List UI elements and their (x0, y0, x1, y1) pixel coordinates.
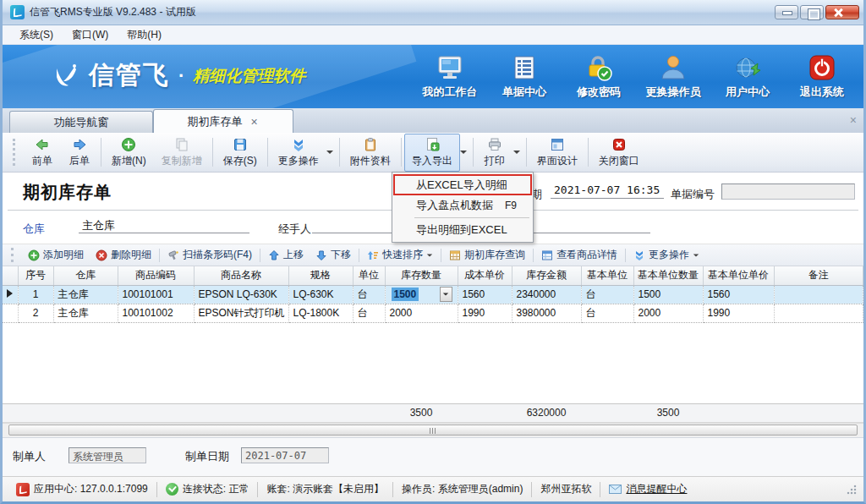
vendor-status: 郑州亚拓软 (532, 482, 600, 496)
document-center-button[interactable]: 单据中心 (491, 50, 557, 103)
cell[interactable]: 2000 (633, 304, 703, 322)
tabstrip-close-icon[interactable]: × (850, 113, 857, 127)
column-header[interactable]: 成本单价 (458, 266, 512, 285)
column-header[interactable]: 商品编码 (118, 266, 194, 285)
cell[interactable]: 1560 (703, 285, 774, 304)
cell[interactable]: 1990 (703, 304, 774, 322)
close-window-button[interactable]: 关闭窗口 (591, 134, 647, 172)
column-header[interactable]: 库存数量 (385, 266, 458, 285)
menu-item-import-inventory-machine[interactable]: 导入盘点机数据 F9 (392, 195, 533, 216)
cell[interactable]: 台 (353, 285, 385, 304)
cell[interactable]: 2 (18, 304, 53, 322)
view-product-detail-button[interactable]: 查看商品详情 (535, 246, 623, 264)
grid-more-actions-button[interactable]: 更多操作 (628, 246, 705, 264)
billno-field[interactable] (721, 184, 855, 200)
column-header[interactable]: 基本单位数量 (633, 266, 703, 285)
cell[interactable]: 2340000 (512, 285, 581, 304)
message-center-link[interactable]: 消息提醒中心 (626, 482, 687, 496)
cell[interactable]: 1990 (458, 304, 512, 322)
attachments-button[interactable]: 附件资料 (343, 134, 398, 172)
next-bill-button[interactable]: 后单 (61, 134, 98, 172)
cell-dropdown-button[interactable] (440, 287, 452, 302)
dropdown-caret-icon[interactable] (513, 151, 520, 154)
window-title: 信管飞RMS专业版 V9.2.483 - 试用版 (30, 5, 196, 19)
switch-operator-button[interactable]: 更换操作员 (640, 50, 706, 103)
qty-edit-cell[interactable]: 1500 (385, 285, 458, 304)
move-up-button[interactable]: 上移 (262, 246, 310, 264)
minimize-button[interactable] (775, 5, 798, 19)
cell[interactable]: 1500 (633, 285, 703, 304)
cell[interactable]: 100101002 (118, 304, 194, 322)
toolbar-separator (625, 249, 626, 262)
move-down-button[interactable]: 下移 (310, 246, 357, 264)
cell[interactable]: LQ-630K (288, 285, 353, 304)
make-date-label: 制单日期 (185, 449, 229, 464)
table-row[interactable]: 2 主仓库 100101002 EPSON针式打印机 LQ-1800K 台 20… (3, 304, 863, 322)
menu-window[interactable]: 窗口(W) (63, 25, 117, 45)
ui-design-button[interactable]: 界面设计 (529, 134, 585, 172)
menu-system[interactable]: 系统(S) (11, 25, 62, 45)
button-label: 删除明细 (111, 248, 151, 262)
prev-bill-button[interactable]: 前单 (24, 134, 61, 172)
header-row: 序号 仓库 商品编码 商品名称 规格 单位 库存数量 成本单价 库存金额 基本单… (3, 266, 863, 285)
cell[interactable]: 台 (353, 304, 385, 322)
maximize-button[interactable] (800, 5, 824, 19)
column-header[interactable]: 规格 (288, 266, 353, 285)
totals-row: 3500 6320000 3500 (3, 403, 863, 422)
cell[interactable]: 100101001 (118, 285, 194, 304)
cell[interactable]: 2000 (385, 304, 458, 322)
column-header[interactable]: 单位 (353, 266, 385, 285)
horizontal-scrollbar[interactable] (3, 423, 863, 437)
table-row[interactable]: 1 主仓库 100101001 EPSON LQ-630K LQ-630K 台 … (3, 285, 863, 304)
exit-system-button[interactable]: 退出系统 (789, 50, 855, 103)
column-header[interactable]: 仓库 (53, 266, 118, 285)
column-header[interactable]: 基本单位 (581, 266, 633, 285)
scrollbar-thumb[interactable] (8, 425, 858, 436)
menu-help[interactable]: 帮助(H) (118, 25, 170, 45)
add-detail-button[interactable]: 添加明细 (22, 246, 90, 264)
save-button[interactable]: 保存(S) (216, 134, 265, 172)
column-header[interactable]: 备注 (774, 266, 863, 285)
opening-inventory-query-button[interactable]: 期初库存查询 (443, 246, 531, 264)
user-center-button[interactable]: 用户中心 (715, 50, 781, 103)
workbench-button[interactable]: 我的工作台 (417, 50, 483, 103)
cell[interactable]: EPSON针式打印机 (194, 304, 288, 322)
menu-item-export-to-excel[interactable]: 导出明细到EXCEL (392, 220, 533, 240)
cell[interactable] (774, 304, 863, 322)
cell[interactable]: 主仓库 (53, 285, 118, 304)
cell[interactable]: 主仓库 (53, 304, 118, 322)
dropdown-caret-icon[interactable] (460, 151, 467, 154)
dropdown-caret-icon[interactable] (326, 151, 333, 154)
cell[interactable]: LQ-1800K (288, 304, 353, 322)
toolbar-separator (533, 249, 534, 262)
cell[interactable]: 3980000 (512, 304, 581, 322)
column-header[interactable]: 商品名称 (194, 266, 288, 285)
tab-opening-inventory[interactable]: 期初库存单 × (153, 109, 293, 133)
resize-grip[interactable] (847, 485, 857, 495)
column-header[interactable]: 库存金额 (512, 266, 581, 285)
quick-sort-button[interactable]: 快速排序 (361, 246, 439, 264)
more-actions-button[interactable]: 更多操作 (271, 134, 326, 172)
print-button[interactable]: 打印 (476, 134, 513, 172)
cell[interactable]: 1 (18, 285, 53, 304)
account-text: 账套: 演示账套【未启用】 (266, 482, 384, 496)
import-export-button[interactable]: 导入导出 (404, 134, 460, 172)
cell[interactable]: 台 (581, 285, 633, 304)
column-header[interactable]: 基本单位单价 (703, 266, 774, 285)
cell[interactable]: EPSON LQ-630K (194, 285, 288, 304)
scan-barcode-button[interactable]: 扫描条形码(F4) (162, 246, 258, 264)
warehouse-field[interactable]: 主仓库 (79, 218, 249, 233)
cell[interactable]: 1560 (458, 285, 512, 304)
tab-nav-window[interactable]: 功能导航窗 (9, 111, 153, 133)
date-field[interactable]: 2021-07-07 16:35 (551, 184, 664, 199)
delete-detail-button[interactable]: 删除明细 (90, 246, 157, 264)
change-password-button[interactable]: 修改密码 (566, 50, 632, 103)
close-button[interactable] (825, 5, 859, 19)
menu-item-import-from-excel[interactable]: 从EXCEL导入明细 (393, 174, 532, 195)
add-new-button[interactable]: 新增(N) (104, 134, 154, 172)
tab-close-icon[interactable]: × (249, 116, 259, 128)
cell[interactable] (774, 285, 863, 304)
column-header[interactable]: 序号 (18, 266, 53, 285)
button-label: 更多操作 (649, 248, 689, 262)
cell[interactable]: 台 (581, 304, 633, 322)
